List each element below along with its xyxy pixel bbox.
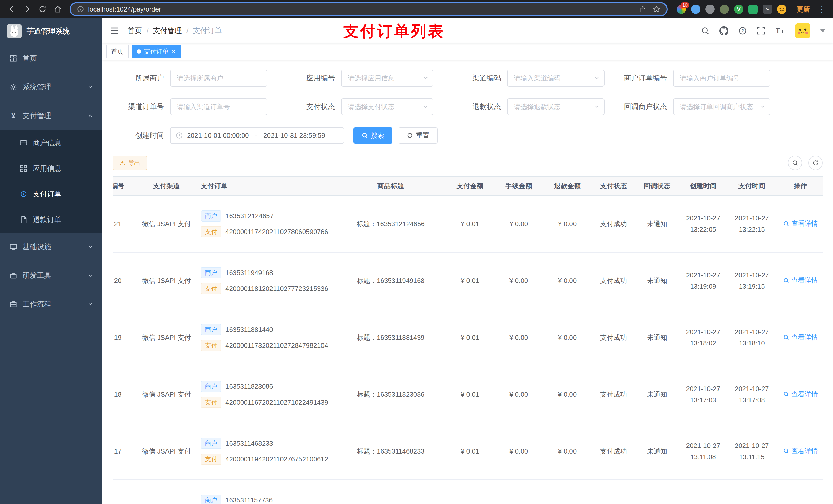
extension-icon-5[interactable]: V [734,5,743,14]
url-text: localhost:1024/pay/order [88,5,161,13]
view-detail-link[interactable]: 查看详情 [783,276,818,285]
refund-status-filter-input[interactable] [507,98,604,115]
view-detail-label: 查看详情 [791,447,818,456]
pinned-extension-icon[interactable]: ➢ [763,5,772,14]
browser-menu-icon[interactable]: ⋮ [816,5,828,14]
breadcrumb-pay-manage[interactable]: 支付管理 [153,26,182,35]
filter-row-3: 创建时间 2021-10-01 00:00:00 - 2021-10-31 23… [113,127,823,144]
sidebar-item-refund-order[interactable]: 退款订单 [0,207,102,233]
app-filter-label: 应用编号 [280,73,341,83]
view-detail-link[interactable]: 查看详情 [783,390,818,399]
search-button[interactable]: 搜索 [354,127,392,144]
briefcase-icon [9,300,18,308]
sidebar-item-system[interactable]: 系统管理 [0,73,102,101]
column-header[interactable]: 编号 [113,176,138,195]
tab-label: 首页 [111,47,123,55]
hamburger-icon[interactable] [110,26,119,35]
sidebar-item-pay-order[interactable]: 支付订单 [0,181,102,207]
breadcrumb-home[interactable]: 首页 [127,26,142,35]
sidebar-item-dev-tools[interactable]: 研发工具 [0,261,102,290]
view-detail-link[interactable]: 查看详情 [783,219,818,228]
refresh-table-button[interactable] [808,156,823,170]
channel-order-no-filter[interactable] [170,98,267,115]
view-detail-link[interactable]: 查看详情 [783,333,818,342]
channel-order-no-filter-input[interactable] [170,98,267,115]
sidebar-item-payment[interactable]: ¥ 支付管理 [0,101,102,130]
extension-icon-2[interactable] [691,5,700,14]
tab-label: 支付订单 [144,47,169,55]
tab-home[interactable]: 首页 [106,45,128,58]
extension-icon-8[interactable] [777,5,786,14]
column-header[interactable]: 回调状态 [635,176,679,195]
extension-icon-4[interactable] [720,5,729,14]
github-icon[interactable] [719,26,729,35]
notify-status-filter-input[interactable] [673,98,770,115]
column-header[interactable]: 手续金额 [494,176,543,195]
dashboard-icon [9,54,18,63]
sidebar-item-merchant-info[interactable]: 商户信息 [0,130,102,156]
site-info-icon[interactable] [77,6,84,13]
pay-channel-cell: 微信 JSAPI 支付 [138,252,195,309]
sidebar-item-infra[interactable]: 基础设施 [0,233,102,261]
sidebar-item-workflow[interactable]: 工作流程 [0,290,102,318]
export-button[interactable]: 导出 [113,156,147,170]
merchant-filter-input[interactable] [170,70,267,87]
column-header[interactable]: 退款金额 [543,176,592,195]
app-filter[interactable] [341,70,433,87]
forward-icon[interactable] [21,3,34,16]
yen-icon: ¥ [9,112,18,120]
create-time-range[interactable]: 2021-10-01 00:00:00 - 2021-10-31 23:59:5… [170,127,344,144]
search-icon[interactable] [701,26,710,35]
back-icon[interactable] [5,3,19,16]
app-filter-input[interactable] [341,70,433,87]
column-header[interactable]: 支付渠道 [138,176,195,195]
tab-pay-order[interactable]: 支付订单 × [132,45,181,58]
column-header[interactable]: 操作 [776,176,823,195]
extension-icon-1[interactable]: 10 [677,5,686,14]
channel-code-filter[interactable] [507,70,604,87]
tab-close-icon[interactable]: × [172,48,175,55]
merchant-filter[interactable] [170,70,267,87]
merchant-order-no: 1635311949168 [225,269,273,277]
notify-status-filter[interactable] [673,98,770,115]
reload-icon[interactable] [36,3,49,16]
sidebar-item-app-info[interactable]: 应用信息 [0,156,102,181]
sidebar-item-home[interactable]: 首页 [0,44,102,73]
user-avatar[interactable] [795,23,810,39]
home-icon[interactable] [51,3,65,16]
avatar-dropdown-icon[interactable] [820,29,825,32]
column-header[interactable]: 支付状态 [592,176,635,195]
table-row: 17 微信 JSAPI 支付 商户 1635311468233 支付 42000… [113,423,823,480]
refund-amount-cell [543,480,592,504]
share-icon[interactable] [639,6,646,13]
toggle-search-button[interactable] [788,156,802,170]
column-header[interactable]: 支付时间 [728,176,776,195]
reset-button[interactable]: 重置 [399,127,437,144]
fullscreen-icon[interactable] [757,26,765,35]
search-button-label: 搜索 [371,131,384,140]
view-detail-link[interactable]: 查看详情 [783,447,818,456]
bookmark-star-icon[interactable] [653,5,660,13]
sidebar: 芋道管理系统 首页 系统管理 ¥ 支付管理 商户信息 [0,19,102,504]
browser-update-button[interactable]: 更新 [796,5,810,14]
extension-icon-3[interactable] [706,5,715,14]
merchant-order-no-filter-input[interactable] [673,70,770,87]
column-header[interactable]: 创建时间 [679,176,728,195]
font-size-icon[interactable]: TT [775,26,785,35]
pay-amount-cell: ¥ 0.01 [446,195,494,252]
channel-code-filter-input[interactable] [507,70,604,87]
refund-status-filter[interactable] [507,98,604,115]
pay-status-cell: 支付成功 [592,309,635,366]
column-header[interactable]: 支付金额 [446,176,494,195]
pay-status-filter-input[interactable] [341,98,433,115]
help-icon[interactable]: ? [738,26,747,35]
pay-status-filter[interactable] [341,98,433,115]
column-header[interactable]: 商品标题 [336,176,446,195]
goods-title-cell: 标题：1635311881439 [336,309,446,366]
merchant-order-no-filter[interactable] [673,70,770,87]
column-header[interactable]: 支付订单 [195,176,336,195]
card-icon [20,139,28,147]
extension-icon-6[interactable] [748,5,758,14]
orders-table-wrap: 编号 支付渠道 支付订单 商品标题 支付金额 手续金额 退款金额 [113,176,823,504]
address-bar[interactable]: localhost:1024/pay/order [70,2,668,16]
